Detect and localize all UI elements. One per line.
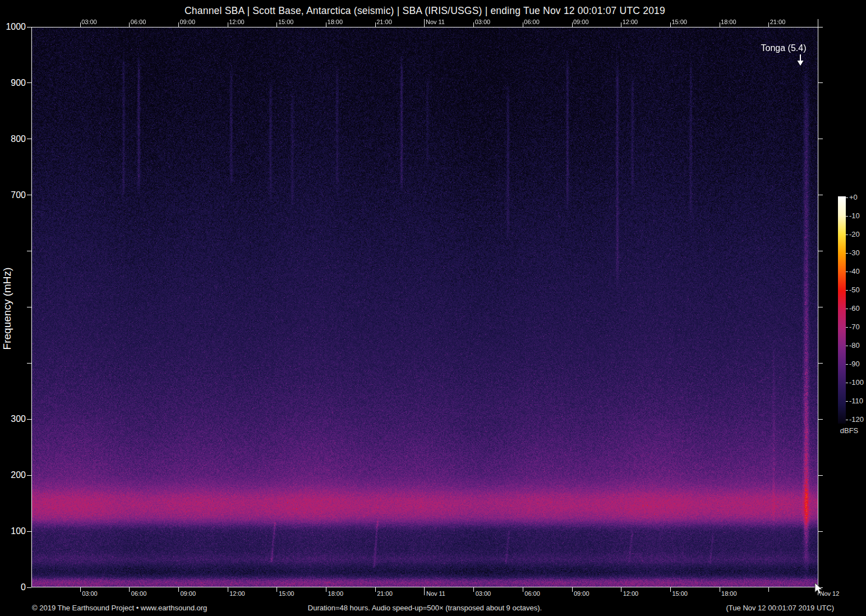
colorbar-tick bbox=[846, 401, 848, 402]
x-tick-label: Nov 11 bbox=[426, 590, 445, 597]
x-tick bbox=[523, 22, 523, 27]
x-tick bbox=[473, 587, 474, 592]
x-tick bbox=[375, 22, 376, 27]
x-tick-label: 15:00 bbox=[278, 19, 294, 25]
x-tick bbox=[768, 587, 769, 592]
colorbar-tick-label: +0 bbox=[849, 193, 858, 201]
x-tick-label: 06:00 bbox=[524, 19, 540, 25]
x-tick bbox=[375, 587, 376, 592]
colorbar-tick bbox=[846, 235, 848, 235]
x-tick-label: 06:00 bbox=[524, 590, 540, 597]
x-tick bbox=[621, 22, 621, 27]
x-tick-label: 15:00 bbox=[279, 590, 294, 597]
colorbar-tick-label: -80 bbox=[849, 341, 860, 350]
spectrogram-page: Channel SBA | Scott Base, Antarctica (se… bbox=[0, 0, 866, 616]
colorbar-tick bbox=[846, 420, 848, 420]
x-tick-label: 03:00 bbox=[475, 19, 491, 25]
y-tick-label: 100 bbox=[0, 527, 26, 536]
colorbar-tick-label: -110 bbox=[849, 397, 863, 405]
tonga-annotation-label: Tonga (5.4) bbox=[750, 43, 817, 53]
y-tick bbox=[818, 475, 823, 476]
footer-timestamp: (Tue Nov 12 00:01:07 2019 UTC) bbox=[610, 604, 834, 612]
y-tick bbox=[27, 419, 31, 420]
spectrogram-canvas bbox=[31, 27, 818, 587]
y-tick bbox=[27, 363, 31, 364]
x-tick-label: 15:00 bbox=[672, 590, 688, 597]
y-axis-title: Frequency (mHz) bbox=[1, 160, 13, 457]
y-tick bbox=[818, 307, 823, 307]
y-tick bbox=[818, 27, 823, 27]
colorbar-gradient bbox=[838, 196, 846, 424]
colorbar-tick-label: -120 bbox=[849, 415, 864, 424]
colorbar-tick bbox=[846, 216, 848, 217]
x-tick-label: Nov 11 bbox=[426, 19, 445, 25]
colorbar-unit-label: dBFS bbox=[837, 426, 862, 435]
y-tick bbox=[27, 251, 31, 251]
x-tick-label: 03:00 bbox=[476, 590, 491, 597]
x-tick bbox=[326, 587, 326, 592]
colorbar-tick-label: -100 bbox=[849, 378, 864, 387]
y-tick bbox=[27, 82, 31, 83]
x-tick bbox=[670, 22, 671, 27]
y-tick bbox=[818, 82, 823, 83]
x-tick bbox=[80, 587, 81, 592]
colorbar-tick-label: -20 bbox=[849, 230, 860, 238]
y-tick-label: 900 bbox=[0, 79, 26, 88]
x-tick-label: 03:00 bbox=[82, 590, 98, 597]
x-tick bbox=[326, 22, 326, 27]
y-tick bbox=[818, 139, 823, 139]
x-tick bbox=[523, 587, 523, 592]
x-tick-label: 06:00 bbox=[131, 19, 146, 25]
colorbar-tick bbox=[846, 309, 848, 309]
x-tick-label: 21:00 bbox=[376, 19, 392, 25]
x-tick bbox=[572, 22, 573, 27]
x-tick bbox=[228, 22, 228, 27]
colorbar-tick bbox=[846, 197, 848, 198]
x-tick-label: 09:00 bbox=[181, 590, 196, 597]
x-tick bbox=[720, 22, 720, 27]
y-tick-label: 1000 bbox=[0, 22, 26, 31]
x-tick bbox=[424, 587, 425, 595]
colorbar-tick-label: -40 bbox=[849, 267, 860, 275]
colorbar-tick-label: -10 bbox=[849, 212, 860, 220]
x-tick bbox=[720, 587, 720, 592]
x-tick bbox=[621, 587, 621, 592]
y-tick bbox=[818, 195, 823, 195]
x-tick-label: 09:00 bbox=[574, 590, 589, 597]
x-tick-label: 12:00 bbox=[623, 19, 638, 25]
x-tick bbox=[670, 587, 671, 592]
x-tick-label: 21:00 bbox=[377, 590, 393, 597]
x-tick bbox=[178, 587, 179, 592]
x-tick bbox=[277, 587, 277, 592]
y-tick-label: 800 bbox=[0, 135, 26, 144]
y-tick bbox=[818, 363, 823, 364]
y-tick bbox=[27, 195, 31, 195]
colorbar-tick-label: -70 bbox=[849, 323, 860, 331]
page-title: Channel SBA | Scott Base, Antarctica (se… bbox=[31, 5, 818, 17]
x-tick bbox=[818, 19, 818, 27]
y-tick-label: 0 bbox=[0, 583, 26, 592]
colorbar-tick bbox=[846, 253, 848, 254]
x-tick bbox=[277, 22, 277, 27]
y-tick bbox=[27, 307, 31, 307]
down-arrow-icon bbox=[796, 54, 805, 67]
x-tick bbox=[178, 22, 179, 27]
x-tick-label: 12:00 bbox=[623, 590, 639, 597]
x-tick-label: 03:00 bbox=[81, 19, 97, 25]
x-tick-label: 18:00 bbox=[328, 590, 344, 597]
colorbar-tick bbox=[846, 383, 848, 383]
colorbar-tick-label: -60 bbox=[849, 304, 860, 312]
x-tick bbox=[424, 19, 425, 27]
y-tick bbox=[27, 139, 31, 139]
y-tick bbox=[818, 251, 823, 251]
x-tick-label: 09:00 bbox=[180, 19, 196, 25]
colorbar-tick bbox=[846, 272, 848, 272]
y-tick bbox=[27, 587, 31, 588]
colorbar-tick bbox=[846, 290, 848, 291]
y-tick bbox=[818, 419, 823, 420]
x-tick-label: 21:00 bbox=[770, 19, 786, 25]
y-tick bbox=[27, 475, 31, 476]
x-tick bbox=[129, 22, 130, 27]
x-tick bbox=[473, 22, 474, 27]
x-tick bbox=[80, 22, 81, 27]
